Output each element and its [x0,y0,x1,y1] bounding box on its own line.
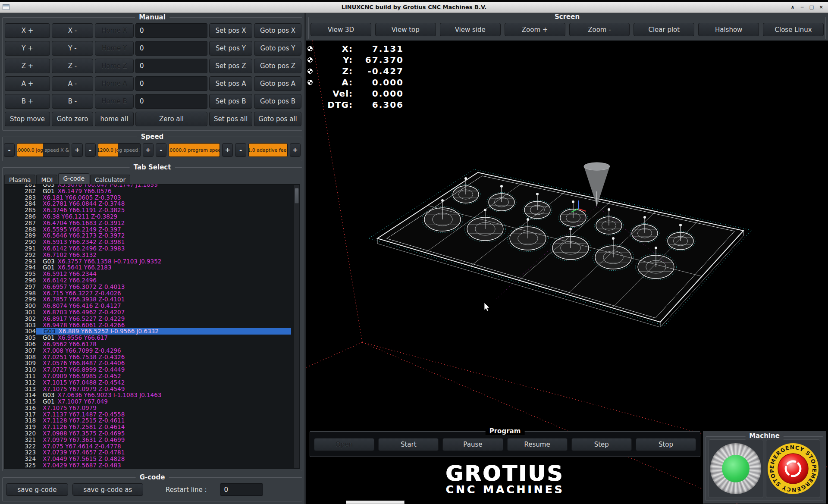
view-side-button[interactable]: View side [440,23,501,36]
halshow-button[interactable]: Halshow [698,23,759,36]
gcode-line[interactable]: 296X6.6142 Y66.2496 [8,277,300,284]
jog-speed-xy-decrease-button[interactable]: - [4,143,15,157]
gcode-line[interactable]: 316X7.1075 Y67.0979 [8,405,300,411]
gcode-line[interactable]: 297X6.6957 Y66.3072 Z-0.4013 [8,284,300,290]
goto-pos-b-button[interactable]: Goto pos B [254,94,301,109]
gcode-line[interactable]: 290X6.5913 Y66.2342 Z-0.3981 [8,239,300,245]
zero-all-button[interactable]: Zero all [135,112,207,126]
gcode-line[interactable]: 308X7.0251 Y66.7538 Z-0.4326 [8,354,300,360]
resume-button[interactable]: Resume [507,438,568,451]
gcode-line[interactable]: 306X6.9562 Y66.6178 [8,341,300,347]
gcode-line[interactable]: 299X6.7857 Y66.3938 Z-0.4101 [8,296,300,303]
tab-g-code[interactable]: G-code [58,173,89,184]
gcode-line[interactable]: 309X7.0576 Y66.8487 Z-0.4406 [8,360,300,366]
gcode-viewer[interactable]: 281G03X5.9676 Y66.047 I-0.1747 J1.189928… [4,184,300,469]
minimize-button[interactable]: − [799,4,806,11]
gcode-line[interactable]: 323X7.0739 Y67.4657 Z-0.4781 [8,449,300,456]
view-top-button[interactable]: View top [375,23,436,36]
gcode-line[interactable]: 322X7.075 Y67.4614 Z-0.4778 [8,443,300,450]
jog-b-plus-button[interactable]: B + [5,94,50,109]
gcode-line[interactable]: 298X6.715 Y66.3227 Z-0.4026 [8,290,300,297]
program-speed-increase-button[interactable]: + [222,143,233,157]
adaptive-feed-bar[interactable]: 1.0 adaptive feed1.0 adaptive feed [248,143,288,157]
set-pos-z-button[interactable]: Set pos Z [209,59,252,73]
gcode-line[interactable]: 283X6.181 Y66.0605 Z-0.3703 [8,194,300,201]
tab-plasma[interactable]: Plasma [4,175,35,184]
gcode-line[interactable]: 311X7.0909 Y66.9985 Z-0.452 [8,373,300,379]
close-linux-button[interactable]: Close Linux [763,23,824,36]
set-pos-a-button[interactable]: Set pos A [209,76,252,91]
jog-a-plus-button[interactable]: A + [5,76,50,91]
home-a-button[interactable]: Home A [95,76,134,91]
home-z-button[interactable]: Home Z [95,59,134,73]
gcode-line[interactable]: 295X6.5912 Y66.2344 [8,271,300,277]
stop-button[interactable]: Stop [636,438,696,451]
goto-pos-all-button[interactable]: Goto pos all [254,112,301,126]
jog-speed-z-increase-button[interactable]: + [143,143,154,157]
home-all-button[interactable]: home all [95,112,134,126]
titlebar[interactable]: LINUXCNC build by Grotius CNC Machines B… [0,2,828,13]
gcode-line[interactable]: 307X7.008 Y66.7099 Z-0.4296 [8,347,300,354]
gcode-line[interactable]: 314G03X7.0636 Y66.9023 I-1.1083 J0.1463 [8,392,300,398]
gcode-line[interactable]: 300X6.8074 Y66.416 Z-0.4127 [8,303,300,309]
gcode-line[interactable]: 315G01X7.1007 Y67.049 [8,398,300,405]
goto-pos-y-button[interactable]: Goto pos Y [254,41,301,56]
backplot-viewport[interactable]: X:7.131Y:67.370Z:-0.427A:0.000Vel:0.000D… [306,41,828,504]
pos-x-input[interactable]: 0 [135,23,207,38]
gcode-line[interactable]: 320X7.0988 Y67.3575 Z-0.4695 [8,430,300,437]
jog-z-minus-button[interactable]: Z - [52,59,93,73]
save-gcode-button[interactable]: save g-code [6,483,68,496]
step-button[interactable]: Step [571,438,632,451]
jog-x-plus-button[interactable]: X + [5,23,50,38]
gcode-line[interactable]: 288X6.5595 Y66.2149 Z-0.397 [8,226,300,233]
gcode-line[interactable]: 285X6.3746 Y66.1191 Z-0.3825 [8,207,300,213]
adaptive-feed-increase-button[interactable]: + [290,143,301,157]
tab-mdi[interactable]: MDI [36,175,57,184]
gcode-line[interactable]: 289X6.5646 Y66.2173 Z-0.3972 [8,232,300,239]
pos-a-input[interactable]: 0 [135,76,207,91]
gcode-line[interactable]: 284X6.2781 Y66.0844 Z-0.3748 [8,200,300,207]
home-b-button[interactable]: Home B [95,94,134,109]
restart-line-input[interactable]: 0 [220,483,263,496]
jog-z-plus-button[interactable]: Z + [5,59,50,73]
gcode-line[interactable]: 310X7.0727 Y66.8999 Z-0.4449 [8,366,300,373]
gcode-line[interactable]: 287X6.4704 Y66.1683 Z-0.3912 [8,220,300,226]
jog-speed-xy-increase-button[interactable]: + [72,143,82,157]
set-pos-b-button[interactable]: Set pos B [209,94,252,109]
set-pos-all-button[interactable]: Set pos all [209,112,252,126]
jog-y-plus-button[interactable]: Y + [5,41,50,56]
home-y-button[interactable]: Home Y [95,41,134,56]
set-pos-x-button[interactable]: Set pos X [209,23,252,38]
pos-z-input[interactable]: 0 [135,59,207,73]
emergency-stop-button[interactable]: EMERGENCY STOP EMERGENCY STOP [767,442,819,495]
gcode-line[interactable]: 319X7.1126 Y67.2581 Z-0.4614 [8,424,300,430]
jog-a-minus-button[interactable]: A - [52,76,93,91]
maximize-button[interactable]: □ [808,4,815,11]
start-button[interactable]: Start [378,438,439,451]
goto-pos-x-button[interactable]: Goto pos X [254,23,301,38]
stop-move-button[interactable]: Stop move [5,112,50,126]
jog-speed-z-bar[interactable]: 1200.0 jog speed Z1200.0 jog speed Z [98,143,141,157]
goto-pos-z-button[interactable]: Goto pos Z [254,59,301,73]
close-button[interactable]: × [818,4,825,11]
gcode-line[interactable]: 317X7.1137 Y67.1487 Z-0.4558 [8,411,300,418]
gcode-line[interactable]: 293G03X6.3757 Y66.1358 I-0.7103 J0.9352 [8,258,300,265]
gcode-line[interactable]: 305G01X6.9556 Y66.617 [8,335,300,341]
gcode-line[interactable]: 294G01X6.5641 Y66.2183 [8,264,300,271]
tab-calculator[interactable]: Calculator [90,175,130,184]
clear-plot-button[interactable]: Clear plot [634,23,694,36]
jog-b-minus-button[interactable]: B - [52,94,93,109]
zoom-button[interactable]: Zoom + [505,23,565,36]
shade-button[interactable]: ∧ [789,4,796,11]
gcode-line[interactable]: 292X6.7102 Y66.3132 [8,252,300,258]
gcode-scrollbar-thumb[interactable] [295,188,299,203]
save-gcode-as-button[interactable]: save g-code as [72,483,143,496]
gcode-line[interactable]: 291X6.6142 Y66.2496 Z-0.3983 [8,245,300,252]
gcode-line[interactable]: 303X6.9478 Y66.6061 Z-0.4266 [8,322,300,329]
window-menu-icon[interactable] [3,4,9,10]
gcode-line[interactable]: 324X7.0449 Y67.5615 Z-0.4828 [8,456,300,462]
gcode-line[interactable]: 326X7.0333 Y67.595 Z-0.4832 [8,469,300,469]
machine-on-button[interactable] [710,443,761,494]
program-speed-decrease-button[interactable]: - [156,143,166,157]
program-speed-bar[interactable]: 10000.0 program speed10000.0 program spe… [169,143,220,157]
